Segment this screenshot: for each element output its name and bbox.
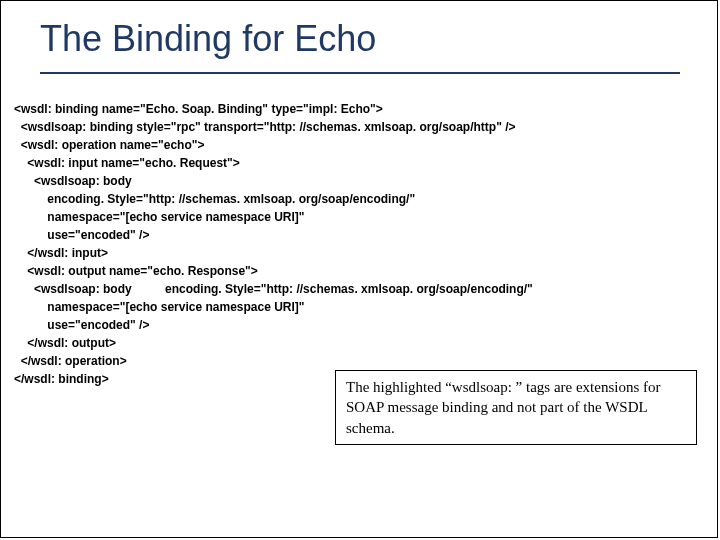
wsdl-code-block: <wsdl: binding name="Echo. Soap. Binding… — [14, 100, 704, 388]
code-line: namespace="[echo service namespace URI]" — [14, 300, 305, 314]
code-line: encoding. Style="http: //schemas. xmlsoa… — [14, 192, 415, 206]
code-line: <wsdl: operation name="echo"> — [14, 138, 204, 152]
code-line: </wsdl: input> — [14, 246, 108, 260]
code-line: use="encoded" /> — [14, 228, 149, 242]
code-line: <wsdlsoap: body — [14, 174, 132, 188]
code-line: <wsdlsoap: body encoding. Style="http: /… — [14, 282, 533, 296]
code-line: </wsdl: operation> — [14, 354, 127, 368]
title-underline — [40, 72, 680, 74]
callout-text: The highlighted “wsdlsoap: ” tags are ex… — [346, 379, 661, 436]
code-line: <wsdl: input name="echo. Request"> — [14, 156, 240, 170]
page-title: The Binding for Echo — [40, 18, 376, 60]
callout-box: The highlighted “wsdlsoap: ” tags are ex… — [335, 370, 697, 445]
code-line: </wsdl: output> — [14, 336, 116, 350]
code-line: </wsdl: binding> — [14, 372, 109, 386]
code-line: namespace="[echo service namespace URI]" — [14, 210, 305, 224]
code-line: <wsdl: binding name="Echo. Soap. Binding… — [14, 102, 383, 116]
code-line: use="encoded" /> — [14, 318, 149, 332]
code-line: <wsdlsoap: binding style="rpc" transport… — [14, 120, 516, 134]
code-line: <wsdl: output name="echo. Response"> — [14, 264, 258, 278]
